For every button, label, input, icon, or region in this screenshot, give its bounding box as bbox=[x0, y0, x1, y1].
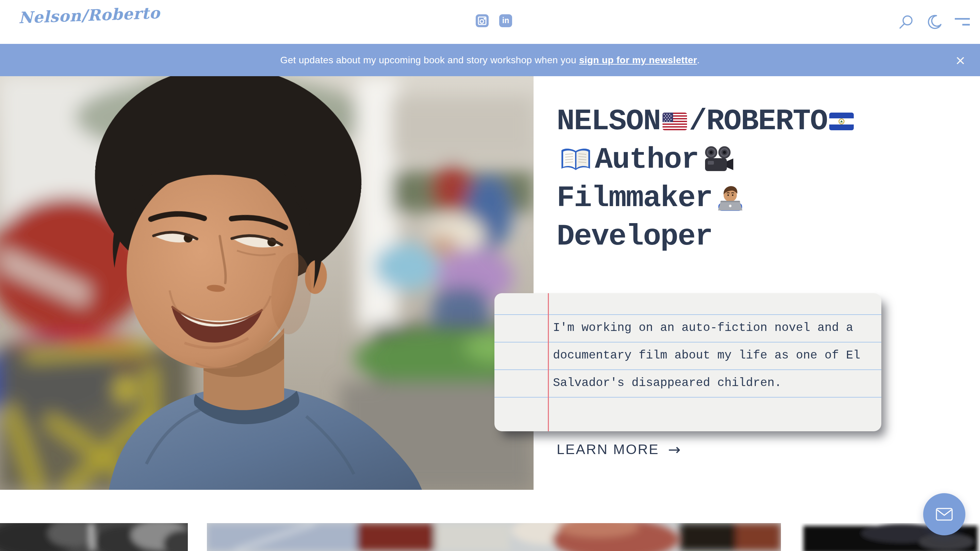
search-icon[interactable] bbox=[898, 14, 915, 30]
card-text-line: Salvador's disappeared children. bbox=[553, 369, 873, 397]
card-rule bbox=[495, 397, 881, 398]
card-margin-line bbox=[548, 293, 549, 431]
heading-line-1: NELSON/ROBERTO bbox=[557, 102, 856, 140]
hero-heading: NELSON/ROBERTO Author Filmmaker Develope… bbox=[557, 102, 856, 256]
dark-mode-moon-icon[interactable] bbox=[926, 14, 943, 30]
card-text-line: I'm working on an auto-fiction novel and… bbox=[553, 314, 873, 342]
envelope-icon bbox=[936, 508, 953, 521]
card-text-line: documentary film about my life as one of… bbox=[553, 342, 873, 369]
page: Nelson/Roberto in bbox=[0, 0, 980, 551]
man-technologist-icon bbox=[716, 183, 745, 213]
hero-photo bbox=[0, 76, 533, 490]
header-actions bbox=[898, 14, 970, 30]
hero-photo-illustration bbox=[0, 76, 533, 490]
learn-more-label: LEARN MORE bbox=[557, 441, 659, 457]
newsletter-link[interactable]: sign up for my newsletter bbox=[579, 55, 697, 65]
linkedin-icon[interactable]: in bbox=[499, 14, 512, 27]
close-icon[interactable]: × bbox=[953, 53, 968, 67]
instagram-glyph bbox=[478, 16, 487, 25]
logo-link[interactable]: Nelson/Roberto bbox=[18, 6, 160, 24]
contact-fab[interactable] bbox=[923, 493, 966, 535]
learn-more-link[interactable]: LEARN MORE → bbox=[557, 441, 681, 458]
newsletter-banner: Get updates about my upcoming book and s… bbox=[0, 44, 980, 76]
instagram-icon[interactable] bbox=[476, 14, 488, 27]
us-flag-icon bbox=[662, 113, 687, 130]
thumbnail-left[interactable] bbox=[0, 523, 188, 551]
heading-line-2: Author bbox=[557, 140, 856, 179]
arrow-right-icon: → bbox=[668, 441, 681, 458]
logo-text: Nelson/Roberto bbox=[18, 4, 160, 27]
el-salvador-flag-icon bbox=[829, 113, 854, 130]
heading-line-3: Filmmaker bbox=[557, 179, 856, 218]
note-card: I'm working on an auto-fiction novel and… bbox=[495, 293, 881, 431]
site-header: Nelson/Roberto in bbox=[0, 0, 980, 44]
menu-icon[interactable] bbox=[954, 14, 970, 30]
heading-line-4: Developer bbox=[557, 218, 856, 256]
movie-camera-icon bbox=[702, 145, 735, 175]
linkedin-glyph: in bbox=[502, 17, 509, 24]
banner-text: Get updates about my upcoming book and s… bbox=[280, 55, 700, 66]
social-icons: in bbox=[476, 14, 512, 27]
open-book-icon bbox=[560, 147, 592, 172]
thumbnail-middle[interactable] bbox=[207, 523, 781, 551]
